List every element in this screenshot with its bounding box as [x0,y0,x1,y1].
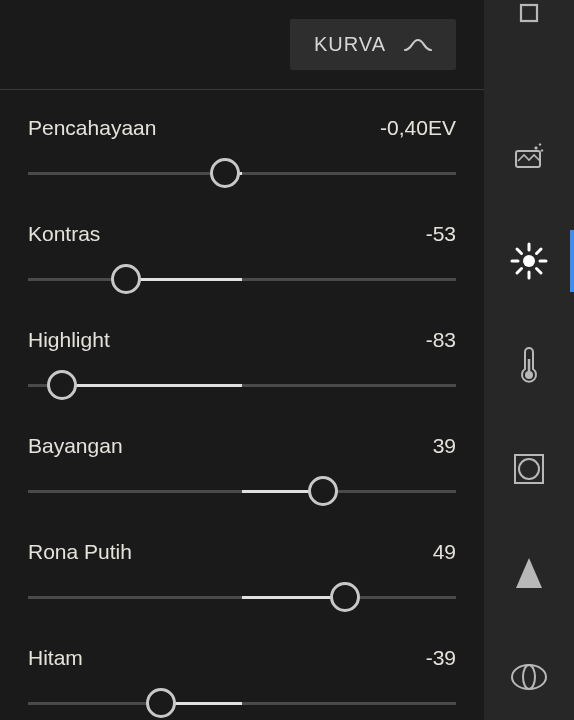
slider-label: Bayangan [28,434,123,458]
slider-track[interactable] [28,582,456,612]
slider-value[interactable]: -39 [426,646,456,670]
slider-handle[interactable] [47,370,77,400]
svg-point-2 [523,255,535,267]
edit-panel: KURVA Pencahayaan -0,40EV Kontra [0,0,484,720]
curve-icon [404,36,432,54]
svg-line-7 [517,249,522,254]
rail-item-crop[interactable] [484,8,574,18]
slider-value[interactable]: -0,40EV [380,116,456,140]
slider-handle[interactable] [308,476,338,506]
slider-track[interactable] [28,158,456,188]
panel-header: KURVA [0,0,484,90]
slider-whites: Rona Putih 49 [28,540,456,612]
slider-label: Kontras [28,222,100,246]
slider-shadows: Bayangan 39 [28,434,456,506]
slider-handle[interactable] [210,158,240,188]
slider-label: Rona Putih [28,540,132,564]
geometry-icon [514,556,544,590]
svg-line-9 [517,269,522,274]
slider-value[interactable]: 49 [433,540,456,564]
kurva-label: KURVA [314,33,386,56]
slider-label: Hitam [28,646,83,670]
rail-item-optics[interactable] [484,652,574,702]
crop-icon [512,0,546,30]
slider-track[interactable] [28,370,456,400]
slider-label: Highlight [28,328,110,352]
vignette-icon [512,452,546,486]
rail-item-detail[interactable] [484,444,574,494]
slider-highlights: Highlight -83 [28,328,456,400]
svg-point-16 [523,665,535,689]
slider-blacks: Hitam -39 [28,646,456,718]
tool-rail [484,0,574,720]
slider-track[interactable] [28,476,456,506]
kurva-button[interactable]: KURVA [290,19,456,70]
slider-contrast: Kontras -53 [28,222,456,294]
slider-value[interactable]: -83 [426,328,456,352]
svg-line-8 [537,269,542,274]
lens-icon [510,663,548,691]
svg-point-14 [519,459,539,479]
svg-point-15 [512,665,546,689]
light-sliders: Pencahayaan -0,40EV Kontras -53 [0,90,484,718]
slider-track[interactable] [28,264,456,294]
slider-handle[interactable] [146,688,176,718]
slider-handle[interactable] [111,264,141,294]
slider-value[interactable]: 39 [433,434,456,458]
light-icon [509,241,549,281]
rail-item-light[interactable] [484,236,574,286]
slider-track[interactable] [28,688,456,718]
rail-item-healing[interactable] [484,132,574,182]
slider-label: Pencahayaan [28,116,156,140]
svg-line-10 [537,249,542,254]
rail-item-geometry[interactable] [484,548,574,598]
slider-handle[interactable] [330,582,360,612]
svg-point-11 [525,371,533,379]
slider-value[interactable]: -53 [426,222,456,246]
slider-exposure: Pencahayaan -0,40EV [28,116,456,188]
rail-item-color[interactable] [484,340,574,390]
healing-icon [512,143,546,171]
thermometer-icon [518,345,540,385]
svg-rect-0 [521,5,537,21]
